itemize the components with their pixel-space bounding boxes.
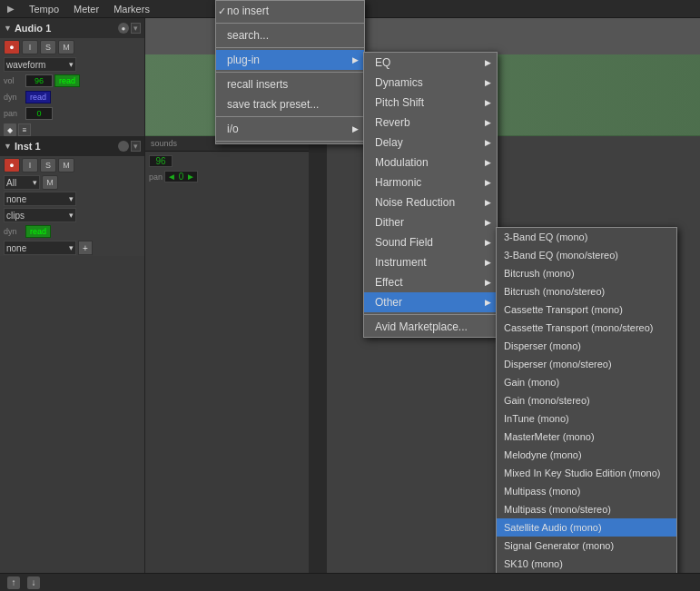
audio-track-title-bar: ▼ Audio 1 ● ▾	[0, 18, 144, 38]
mastermeter-mono-item[interactable]: MasterMeter (mono)	[497, 428, 676, 446]
tracks-panel: ▼ Audio 1 ● ▾ ● I S M waveform ▾ vol	[0, 18, 145, 573]
disperser-mono-item[interactable]: Disperser (mono)	[497, 337, 676, 355]
gain-mono-stereo-item[interactable]: Gain (mono/stereo)	[497, 391, 676, 409]
inst-track-dropdown-arrow[interactable]: ▾	[131, 141, 141, 152]
bitcrush-mono-stereo-item[interactable]: Bitcrush (mono/stereo)	[497, 282, 676, 300]
pan-knob[interactable]: 0	[25, 107, 53, 120]
recall-inserts-item[interactable]: recall inserts	[216, 74, 364, 94]
inst-none-bottom-dropdown[interactable]: none ▾	[4, 241, 76, 255]
waveform-dropdown[interactable]: waveform ▾	[4, 57, 76, 72]
inst-all-dropdown[interactable]: All ▾	[4, 175, 40, 190]
multipass-mono-stereo-item[interactable]: Multipass (mono/stereo)	[497, 500, 676, 518]
inst-vol-value[interactable]: 96	[149, 155, 173, 167]
bitcrush-mono-item[interactable]: Bitcrush (mono)	[497, 264, 676, 282]
menu-markers[interactable]: Markers	[113, 4, 150, 15]
eq-arrow: ▶	[485, 58, 491, 67]
instrument-item[interactable]: Instrument ▶	[364, 252, 497, 272]
solo-btn[interactable]: S	[40, 40, 56, 54]
multipass-mono-item[interactable]: Multipass (mono)	[497, 482, 676, 500]
track-options-icon[interactable]: ≡	[18, 123, 31, 136]
sound-field-item[interactable]: Sound Field ▶	[364, 232, 497, 252]
3band-eq-mono-item[interactable]: 3-Band EQ (mono)	[497, 228, 676, 246]
cassette-transport-mono-stereo-item[interactable]: Cassette Transport (mono/stereo)	[497, 319, 676, 337]
inst-track-icon[interactable]	[118, 141, 129, 152]
search-item[interactable]: search...	[216, 25, 364, 45]
sound-field-arrow: ▶	[485, 238, 491, 247]
effect-item[interactable]: Effect ▶	[364, 272, 497, 292]
pitch-shift-arrow: ▶	[485, 98, 491, 107]
download-icon[interactable]: ↓	[27, 576, 40, 589]
upload-icon[interactable]: ↑	[7, 576, 20, 589]
inst-dyn-read-btn[interactable]: read	[25, 225, 51, 238]
mute-btn[interactable]: M	[58, 40, 74, 54]
inst-none-bottom-row: none ▾ +	[0, 240, 144, 256]
modulation-item[interactable]: Modulation ▶	[364, 153, 497, 172]
inst-solo-btn[interactable]: S	[40, 158, 56, 172]
harmonic-item[interactable]: Harmonic ▶	[364, 172, 497, 192]
inst-dropdown-row: All ▾ M	[0, 174, 144, 191]
cassette-transport-mono-item[interactable]: Cassette Transport (mono)	[497, 300, 676, 319]
inst-pan-value[interactable]: ◄ 0 ►	[164, 171, 198, 182]
io-item[interactable]: i/o	[216, 119, 364, 139]
inst-none-dropdown[interactable]: none ▾	[4, 192, 76, 206]
menu-meter[interactable]: Meter	[74, 4, 99, 15]
track-color-icon[interactable]: ◆	[4, 123, 16, 136]
reverb-item[interactable]: Reverb ▶	[364, 113, 497, 133]
inst-input-btn[interactable]: I	[22, 158, 38, 172]
audio-track-1: ▼ Audio 1 ● ▾ ● I S M waveform ▾ vol	[0, 18, 144, 136]
inst-clips-dropdown[interactable]: clips ▾	[4, 208, 76, 222]
menu-tempo[interactable]: Tempo	[29, 4, 59, 15]
satellite-audio-mono-item[interactable]: Satellite Audio (mono)	[497, 518, 676, 537]
inst-pan-label: pan	[149, 172, 163, 182]
dynamics-item[interactable]: Dynamics ▶	[364, 73, 497, 93]
mixed-in-key-item[interactable]: Mixed In Key Studio Edition (mono)	[497, 464, 676, 482]
instrument-arrow: ▶	[485, 258, 491, 267]
avid-marketplace-item[interactable]: Avid Marketplace...	[364, 317, 497, 337]
melodyne-mono-item[interactable]: Melodyne (mono)	[497, 446, 676, 464]
plugin-item[interactable]: plug-in	[216, 50, 364, 70]
3band-eq-mono-stereo-item[interactable]: 3-Band EQ (mono/stereo)	[497, 246, 676, 264]
waveform-dropdown-row: waveform ▾	[0, 56, 144, 73]
vol-read-btn[interactable]: read	[54, 74, 80, 87]
intune-mono-item[interactable]: InTune (mono)	[497, 409, 676, 428]
track-mute-icon[interactable]: ●	[118, 23, 129, 34]
inst-track-name: Inst 1	[15, 141, 115, 152]
inst-mute-btn[interactable]: M	[58, 158, 74, 172]
effect-arrow: ▶	[485, 278, 491, 287]
dither-item[interactable]: Dither ▶	[364, 212, 497, 232]
delay-item[interactable]: Delay ▶	[364, 133, 497, 153]
vol-knob[interactable]: 96	[25, 74, 53, 87]
inst-add-btn[interactable]: +	[78, 241, 93, 255]
separator-1	[216, 23, 364, 24]
dyn-label: dyn	[4, 93, 24, 102]
inst-record-btn[interactable]: ●	[4, 158, 20, 172]
separator-3	[216, 72, 364, 73]
inst-dyn-label: dyn	[4, 227, 24, 236]
noise-reduction-item[interactable]: Noise Reduction ▶	[364, 192, 497, 212]
dropdown-arrow: ▾	[69, 60, 74, 69]
dynamics-arrow: ▶	[485, 78, 491, 87]
record-btn[interactable]: ●	[4, 40, 20, 54]
inst-m-btn[interactable]: M	[42, 175, 58, 190]
pitch-shift-item[interactable]: Pitch Shift ▶	[364, 93, 497, 113]
pan-row: pan 0	[0, 105, 144, 122]
signal-generator-mono-item[interactable]: Signal Generator (mono)	[497, 537, 676, 555]
inst-pan-row: pan ◄ 0 ►	[145, 169, 309, 184]
vol-row: vol 96 read	[0, 73, 144, 89]
eq-item[interactable]: EQ ▶	[364, 53, 497, 73]
input-btn[interactable]: I	[22, 40, 38, 54]
other-submenu: 3-Band EQ (mono) 3-Band EQ (mono/stereo)…	[496, 227, 677, 590]
other-item[interactable]: Other ▶	[364, 292, 497, 312]
vol-label: vol	[4, 76, 24, 85]
status-bar: ↑ ↓	[0, 573, 700, 591]
dither-arrow: ▶	[485, 218, 491, 227]
disperser-mono-stereo-item[interactable]: Disperser (mono/stereo)	[497, 355, 676, 373]
sk10-mono-item[interactable]: SK10 (mono)	[497, 555, 676, 573]
dyn-read-btn[interactable]: read	[25, 91, 51, 103]
save-track-preset-item[interactable]: save track preset...	[216, 94, 364, 114]
separator-5	[216, 141, 364, 142]
track-selector-dropdown[interactable]: ▾	[131, 23, 141, 34]
expand-icon: ▶	[7, 4, 15, 14]
no-insert-item[interactable]: no insert	[216, 1, 364, 21]
gain-mono-item[interactable]: Gain (mono)	[497, 373, 676, 391]
